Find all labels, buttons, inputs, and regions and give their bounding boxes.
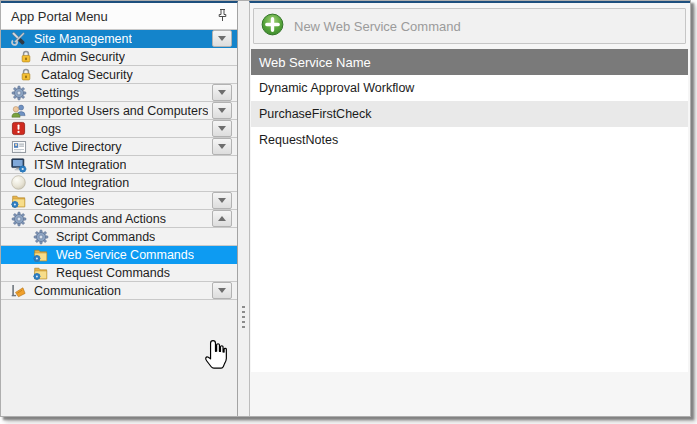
sidebar-item-logs[interactable]: Logs [1,120,237,138]
sidebar-item-categories[interactable]: Categories [1,192,237,210]
sidebar-item-web-service-commands[interactable]: Web Service Commands [1,246,237,264]
expand-button[interactable] [212,102,232,119]
sidebar-item-admin-security[interactable]: Admin Security [1,48,237,66]
chevron-up-icon [218,216,226,221]
new-command-label: New Web Service Command [294,19,461,34]
table-row[interactable]: RequestNotes [251,127,688,153]
chevron-down-icon [218,198,226,203]
sidebar-item-label: Categories [34,194,94,208]
table-row[interactable]: PurchaseFirstCheck [251,101,688,127]
expand-button[interactable] [212,282,232,299]
sidebar-item-label: Commands and Actions [34,212,166,226]
folder-gear-icon [32,246,49,263]
sidebar-item-itsm-integration[interactable]: ITSM Integration [1,156,237,174]
expand-button[interactable] [212,120,232,137]
sidebar-item-label: Site Management [34,32,132,46]
chevron-down-icon [218,90,226,95]
sidebar-item-label: Settings [34,86,79,100]
app-window: App Portal Menu Site Management [0,0,691,417]
folder-gear-icon [32,264,49,281]
sidebar-item-label: Active Directory [34,140,122,154]
gear-icon [10,210,27,227]
folder-gear-icon [10,192,27,209]
sidebar: App Portal Menu Site Management [1,1,238,416]
gear-icon [10,84,27,101]
sidebar-item-label: Request Commands [56,266,170,280]
chevron-down-icon [218,126,226,131]
sidebar-item-label: Cloud Integration [34,176,129,190]
sidebar-item-commands-and-actions[interactable]: Commands and Actions [1,210,237,228]
sidebar-menu: Site Management Admin Security Catalog S… [1,30,237,300]
pin-button[interactable] [213,7,231,25]
chevron-down-icon [218,144,226,149]
web-service-grid: Web Service Name Dynamic Approval Workfl… [251,49,688,372]
collapse-button[interactable] [212,210,232,227]
pane-splitter[interactable] [238,1,249,416]
sidebar-item-label: Catalog Security [41,68,133,82]
sidebar-item-imported-users-and-computers[interactable]: Imported Users and Computers [1,102,237,120]
sidebar-item-request-commands[interactable]: Request Commands [1,264,237,282]
directory-card-icon [10,138,27,155]
new-web-service-command-button[interactable]: New Web Service Command [253,8,686,44]
lock-icon [17,66,34,83]
web-service-name: RequestNotes [259,133,338,147]
sidebar-item-cloud-integration[interactable]: Cloud Integration [1,174,237,192]
sidebar-item-label: Script Commands [56,230,155,244]
log-alert-icon [10,120,27,137]
sidebar-item-communication[interactable]: Communication [1,282,237,300]
sidebar-item-catalog-security[interactable]: Catalog Security [1,66,237,84]
splitter-grip-icon [242,306,245,328]
lock-icon [17,48,34,65]
sidebar-item-label: Communication [34,284,121,298]
tools-icon [10,30,27,47]
megaphone-icon [10,282,27,299]
monitor-gear-icon [10,156,27,173]
grid-header-label: Web Service Name [259,55,371,70]
sidebar-item-label: ITSM Integration [34,158,126,172]
expand-button[interactable] [212,84,232,101]
gear-icon [32,228,49,245]
sidebar-item-label: Admin Security [41,50,125,64]
grid-body: Dynamic Approval Workflow PurchaseFirstC… [251,75,688,153]
users-icon [10,102,27,119]
web-service-name: PurchaseFirstCheck [259,107,372,121]
sidebar-item-active-directory[interactable]: Active Directory [1,138,237,156]
sidebar-item-label: Imported Users and Computers [34,104,208,118]
cloud-icon [10,174,27,191]
chevron-down-icon [218,36,226,41]
add-icon [261,13,284,40]
table-row[interactable]: Dynamic Approval Workflow [251,75,688,101]
sidebar-item-label: Logs [34,122,61,136]
grid-column-header[interactable]: Web Service Name [251,49,688,75]
sidebar-item-settings[interactable]: Settings [1,84,237,102]
web-service-name: Dynamic Approval Workflow [259,81,414,95]
expand-button[interactable] [212,30,232,47]
sidebar-item-site-management[interactable]: Site Management [1,30,237,48]
sidebar-header: App Portal Menu [1,3,237,30]
expand-button[interactable] [212,192,232,209]
sidebar-item-script-commands[interactable]: Script Commands [1,228,237,246]
sidebar-title: App Portal Menu [11,9,213,24]
chevron-down-icon [218,288,226,293]
pin-icon [216,8,229,25]
expand-button[interactable] [212,138,232,155]
chevron-down-icon [218,108,226,113]
sidebar-item-label: Web Service Commands [56,248,194,262]
main-pane: New Web Service Command Web Service Name… [249,1,690,416]
